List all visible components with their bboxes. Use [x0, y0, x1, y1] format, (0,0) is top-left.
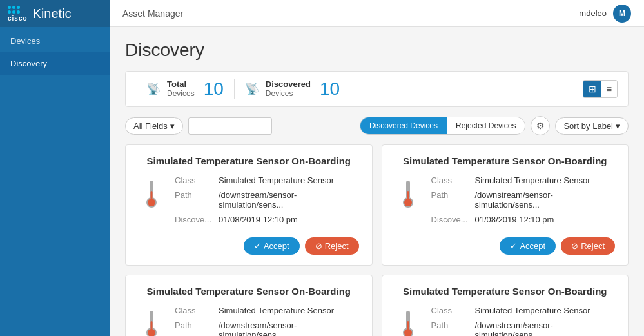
path-label: Path: [431, 190, 470, 210]
card-title: Simulated Temperature Sensor On-Boarding: [395, 286, 616, 297]
grid-view-button[interactable]: ⊞: [583, 81, 601, 97]
class-row: Class Simulated Temperature Sensor: [431, 175, 616, 185]
discovered-row: Discove... 01/08/2019 12:10 pm: [431, 215, 616, 224]
logo-area: cisco Kinetic: [0, 0, 110, 27]
card-title: Simulated Temperature Sensor On-Boarding: [395, 155, 616, 166]
page-title: Discovery: [125, 40, 629, 61]
module-title: Asset Manager: [122, 8, 183, 19]
path-value: /downstream/sensor-simulation/sens...: [219, 321, 359, 336]
class-row: Class Simulated Temperature Sensor: [431, 306, 616, 315]
reject-button[interactable]: ⊘ Reject: [561, 237, 615, 255]
device-card: Simulated Temperature Sensor On-Boarding…: [382, 275, 629, 336]
thermometer-icon: [395, 308, 421, 336]
content-area: Discovery 📡 Total Devices 10 📡 Discovere…: [110, 27, 644, 336]
discovered-row: Discove... 01/08/2019 12:10 pm: [175, 215, 359, 224]
total-value: 10: [204, 79, 224, 99]
class-value: Simulated Temperature Sensor: [219, 306, 334, 315]
discovered-sub: Devices: [266, 89, 311, 98]
path-value: /downstream/sensor-simulation/sens...: [475, 190, 616, 210]
path-row: Path /downstream/sensor-simulation/sens.…: [175, 190, 359, 210]
discovered-icon: 📡: [245, 82, 259, 96]
ban-icon: ⊘: [571, 241, 578, 251]
card-actions: ✓ Accept ⊘ Reject: [395, 237, 616, 255]
main-area: Asset Manager mdeleo M Discovery 📡 Total…: [110, 0, 644, 336]
path-label: Path: [175, 190, 213, 210]
class-label: Class: [175, 306, 213, 315]
reject-button[interactable]: ⊘ Reject: [305, 237, 359, 255]
device-card: Simulated Temperature Sensor On-Boarding…: [382, 144, 629, 266]
controls-right: Discovered Devices Rejected Devices ⚙ So…: [360, 116, 629, 135]
list-view-button[interactable]: ≡: [601, 81, 617, 97]
class-label: Class: [431, 306, 470, 315]
checkmark-icon: ✓: [510, 241, 517, 251]
stats-bar: 📡 Total Devices 10 📡 Discovered Devices …: [125, 71, 629, 107]
thermometer-icon: [395, 178, 421, 215]
filter-icon-button[interactable]: ⚙: [531, 116, 550, 135]
card-title: Simulated Temperature Sensor On-Boarding: [139, 155, 359, 166]
ban-icon: ⊘: [315, 241, 322, 251]
device-tab-group: Discovered Devices Rejected Devices: [360, 117, 525, 135]
cisco-text: cisco: [8, 15, 28, 22]
class-value: Simulated Temperature Sensor: [219, 175, 334, 185]
topbar: Asset Manager mdeleo M: [110, 0, 644, 27]
sort-chevron-icon: ▾: [616, 121, 620, 131]
discovered-devices-tab[interactable]: Discovered Devices: [360, 117, 447, 134]
filter-icon: ⚙: [536, 121, 545, 131]
card-body: Class Simulated Temperature Sensor Path …: [139, 306, 359, 336]
total-labels: Total Devices: [167, 79, 195, 98]
filter-button[interactable]: All Fields ▾: [125, 117, 183, 135]
card-details: Class Simulated Temperature Sensor Path …: [175, 175, 359, 230]
user-area: mdeleo M: [579, 5, 631, 23]
discovered-value: 01/08/2019 12:10 pm: [219, 215, 298, 224]
cisco-dot: [17, 6, 20, 9]
path-row: Path /downstream/sensor-simulation/sens.…: [431, 190, 616, 210]
accept-button[interactable]: ✓ Accept: [500, 237, 556, 255]
path-label: Path: [431, 321, 470, 336]
svg-point-3: [148, 199, 155, 206]
controls-left: All Fields ▾: [125, 117, 272, 135]
kinetic-brand-text: Kinetic: [33, 6, 72, 21]
discovered-labels: Discovered Devices: [266, 79, 311, 98]
cards-grid: Simulated Temperature Sensor On-Boarding…: [125, 144, 629, 336]
cisco-dot: [8, 10, 11, 14]
card-body: Class Simulated Temperature Sensor Path …: [139, 175, 359, 230]
cisco-dots: [8, 6, 28, 9]
thermometer-icon: [139, 308, 164, 336]
avatar: M: [613, 5, 631, 23]
path-value: /downstream/sensor-simulation/sens...: [475, 321, 616, 336]
card-actions: ✓ Accept ⊘ Reject: [139, 237, 359, 255]
checkmark-icon: ✓: [254, 241, 261, 251]
total-sub: Devices: [167, 89, 195, 98]
discovered-label: Discovered: [266, 79, 311, 89]
sidebar-item-discovery[interactable]: Discovery: [0, 52, 110, 75]
sidebar-nav: Devices Discovery: [0, 27, 110, 336]
accept-button[interactable]: ✓ Accept: [244, 237, 300, 255]
total-label: Total: [167, 79, 195, 89]
path-row: Path /downstream/sensor-simulation/sens.…: [175, 321, 359, 336]
rejected-devices-tab[interactable]: Rejected Devices: [447, 117, 525, 134]
search-input[interactable]: [188, 117, 272, 135]
discovered-stat: 📡 Discovered Devices 10: [234, 79, 350, 99]
discovered-value: 10: [320, 79, 340, 99]
sidebar: cisco Kinetic Devices Discovery: [0, 0, 110, 336]
card-body: Class Simulated Temperature Sensor Path …: [395, 175, 616, 230]
cisco-dots-row2: [8, 10, 28, 14]
discovered-label: Discove...: [431, 215, 470, 224]
class-value: Simulated Temperature Sensor: [475, 175, 590, 185]
card-details: Class Simulated Temperature Sensor Path …: [431, 175, 616, 230]
chevron-down-icon: ▾: [170, 121, 175, 131]
card-body: Class Simulated Temperature Sensor Path …: [395, 306, 616, 336]
cisco-logo: cisco: [8, 6, 28, 22]
discovered-label: Discove...: [175, 215, 213, 224]
cisco-dot: [12, 10, 15, 14]
sort-button[interactable]: Sort by Label ▾: [555, 117, 629, 135]
path-label: Path: [175, 321, 213, 336]
class-value: Simulated Temperature Sensor: [475, 306, 590, 315]
device-card: Simulated Temperature Sensor On-Boarding…: [125, 144, 373, 266]
cisco-dot: [8, 6, 11, 9]
class-row: Class Simulated Temperature Sensor: [175, 306, 359, 315]
controls-bar: All Fields ▾ Discovered Devices Rejected…: [125, 116, 629, 135]
sidebar-item-devices[interactable]: Devices: [0, 30, 110, 52]
path-value: /downstream/sensor-simulation/sens...: [219, 190, 359, 210]
card-title: Simulated Temperature Sensor On-Boarding: [139, 286, 359, 297]
